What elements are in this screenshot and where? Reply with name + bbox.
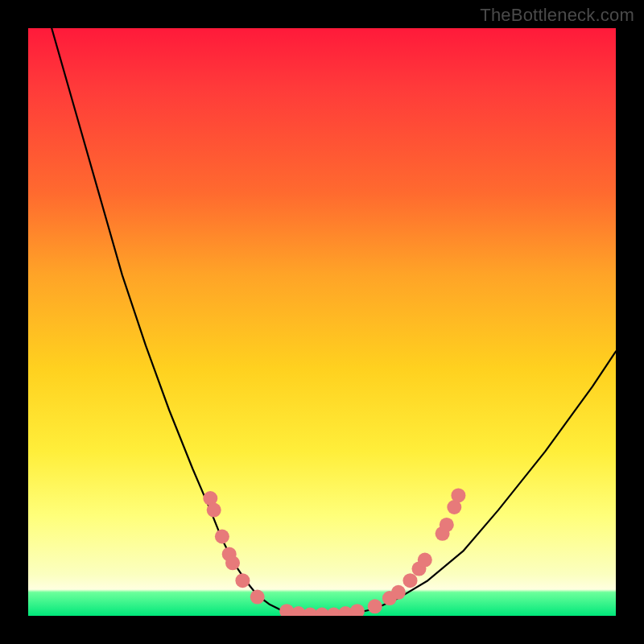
highlight-dot — [418, 553, 432, 568]
highlight-dot — [440, 518, 454, 532]
highlight-dot — [403, 573, 418, 588]
watermark-text: TheBottleneck.com — [480, 5, 634, 26]
curve-svg — [28, 28, 616, 616]
highlight-dot — [250, 590, 265, 605]
highlight-dot — [350, 604, 365, 616]
plot-area — [28, 28, 616, 616]
highlight-dot — [225, 555, 240, 570]
highlight-dot — [235, 573, 250, 588]
highlight-dots — [203, 488, 465, 616]
highlight-dot — [207, 503, 221, 518]
highlight-dot — [391, 585, 406, 600]
chart-frame: TheBottleneck.com — [0, 0, 644, 644]
highlight-dot — [368, 599, 382, 613]
highlight-dot — [451, 488, 465, 502]
bottleneck-curve — [52, 28, 616, 616]
highlight-dot — [215, 530, 229, 544]
